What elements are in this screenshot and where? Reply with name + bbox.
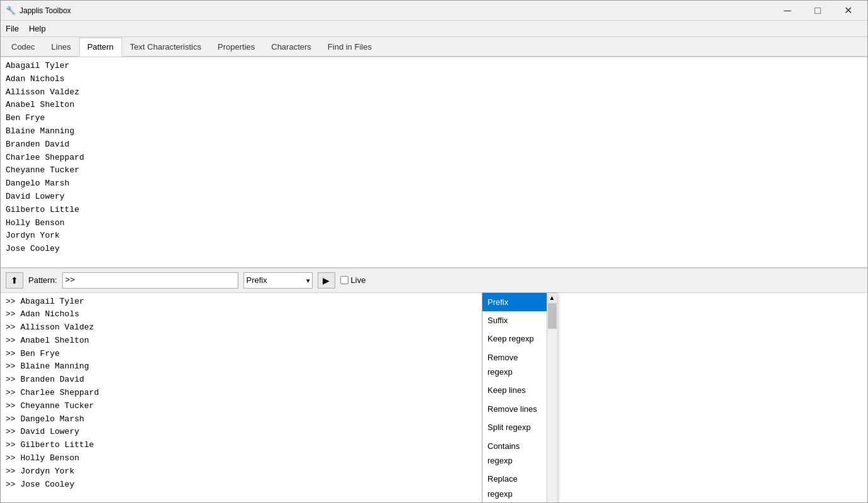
list-item: >> Allisson Valdez bbox=[6, 321, 862, 334]
run-icon: ▶ bbox=[323, 275, 330, 285]
tab-lines[interactable]: Lines bbox=[43, 38, 79, 57]
live-checkbox[interactable] bbox=[340, 276, 348, 284]
list-item: Branden David bbox=[6, 138, 862, 152]
list-item: >> Holly Benson bbox=[6, 452, 862, 465]
list-item: >> Jordyn York bbox=[6, 465, 862, 478]
toolbar-row: ⬆ Pattern: Prefix Suffix Keep regexp Rem… bbox=[1, 268, 867, 293]
list-item: >> Adan Nichols bbox=[6, 308, 862, 321]
upload-icon: ⬆ bbox=[11, 275, 18, 285]
close-button[interactable]: ✕ bbox=[833, 1, 862, 21]
maximize-button[interactable]: □ bbox=[803, 1, 832, 21]
drop-item-split-regexp[interactable]: Split regexp bbox=[482, 418, 547, 436]
pattern-type-select[interactable]: Prefix Suffix Keep regexp Remove regexp … bbox=[243, 272, 313, 289]
dropdown-scrollbar[interactable]: ▲ ▼ bbox=[547, 293, 557, 503]
menu-bar: File Help bbox=[1, 21, 867, 37]
drop-list-container: Prefix Suffix Keep regexp Remove regexp … bbox=[482, 293, 557, 503]
window-title: Japplis Toolbox bbox=[19, 6, 773, 15]
list-item: Abagail Tyler bbox=[6, 60, 862, 73]
title-bar: 🔧 Japplis Toolbox ─ □ ✕ bbox=[1, 1, 867, 21]
list-item: >> Dangelo Marsh bbox=[6, 413, 862, 426]
list-item: Allisson Valdez bbox=[6, 86, 862, 99]
pattern-input[interactable] bbox=[62, 272, 238, 289]
tab-pattern[interactable]: Pattern bbox=[79, 38, 122, 57]
upload-button[interactable]: ⬆ bbox=[6, 272, 23, 289]
minimize-button[interactable]: ─ bbox=[773, 1, 802, 21]
list-item: >> Abagail Tyler bbox=[6, 296, 862, 309]
list-item: Jose Cooley bbox=[6, 243, 862, 256]
drop-item-prefix[interactable]: Prefix bbox=[482, 293, 547, 311]
scroll-track bbox=[547, 304, 557, 503]
list-item: >> Jose Cooley bbox=[6, 478, 862, 492]
list-item: >> Blaine Manning bbox=[6, 360, 862, 373]
dropdown-overlay: Prefix Suffix Keep regexp Remove regexp … bbox=[482, 292, 557, 503]
main-window: 🔧 Japplis Toolbox ─ □ ✕ File Help Codec … bbox=[0, 0, 868, 503]
menu-help[interactable]: Help bbox=[24, 22, 51, 35]
drop-item-keep-lines[interactable]: Keep lines bbox=[482, 381, 547, 399]
tab-codec[interactable]: Codec bbox=[3, 38, 43, 57]
list-item: >> Charlee Sheppard bbox=[6, 387, 862, 400]
live-label: Live bbox=[340, 275, 366, 285]
drop-items: Prefix Suffix Keep regexp Remove regexp … bbox=[482, 293, 547, 503]
list-item: David Lowery bbox=[6, 191, 862, 204]
tab-characters[interactable]: Characters bbox=[263, 38, 320, 57]
live-text: Live bbox=[351, 275, 366, 285]
drop-item-keep-regexp[interactable]: Keep regexp bbox=[482, 329, 547, 348]
drop-item-replace-regexp[interactable]: Replace regexp bbox=[482, 470, 547, 502]
drop-item-suffix[interactable]: Suffix bbox=[482, 311, 547, 329]
app-icon: 🔧 bbox=[6, 6, 16, 16]
tab-text-characteristics[interactable]: Text Characteristics bbox=[122, 38, 209, 57]
list-item: Anabel Shelton bbox=[6, 99, 862, 112]
main-content: Abagail Tyler Adan Nichols Allisson Vald… bbox=[1, 57, 867, 502]
list-item: Adan Nichols bbox=[6, 73, 862, 86]
list-item: >> Branden David bbox=[6, 373, 862, 387]
list-item: Blaine Manning bbox=[6, 125, 862, 138]
list-item: Dangelo Marsh bbox=[6, 177, 862, 191]
drop-item-remove-regexp[interactable]: Remove regexp bbox=[482, 348, 547, 382]
top-pane[interactable]: Abagail Tyler Adan Nichols Allisson Vald… bbox=[1, 57, 867, 268]
tab-bar: Codec Lines Pattern Text Characteristics… bbox=[1, 37, 867, 57]
menu-file[interactable]: File bbox=[1, 22, 24, 35]
list-item: >> Anabel Shelton bbox=[6, 334, 862, 348]
list-item: >> Cheyanne Tucker bbox=[6, 400, 862, 413]
list-item: Holly Benson bbox=[6, 217, 862, 230]
window-controls: ─ □ ✕ bbox=[773, 1, 862, 21]
list-item: Charlee Sheppard bbox=[6, 152, 862, 165]
list-item: Ben Frye bbox=[6, 112, 862, 125]
run-button[interactable]: ▶ bbox=[318, 272, 335, 289]
list-item: >> Ben Frye bbox=[6, 348, 862, 361]
drop-item-remove-lines[interactable]: Remove lines bbox=[482, 400, 547, 418]
dropdown-wrapper: Prefix Suffix Keep regexp Remove regexp … bbox=[243, 272, 313, 289]
scroll-thumb[interactable] bbox=[548, 304, 557, 329]
list-item: >> Gilberto Little bbox=[6, 439, 862, 452]
bottom-pane[interactable]: >> Abagail Tyler >> Adan Nichols >> Alli… bbox=[1, 293, 867, 503]
list-item: Jordyn York bbox=[6, 229, 862, 243]
list-item: Cheyanne Tucker bbox=[6, 164, 862, 177]
tab-properties[interactable]: Properties bbox=[209, 38, 263, 57]
tab-find-in-files[interactable]: Find in Files bbox=[320, 38, 380, 57]
drop-item-contains-regexp[interactable]: Contains regexp bbox=[482, 437, 547, 470]
list-item: >> David Lowery bbox=[6, 426, 862, 439]
list-item: Gilberto Little bbox=[6, 204, 862, 217]
pattern-label: Pattern: bbox=[28, 275, 57, 285]
scroll-up-btn[interactable]: ▲ bbox=[547, 293, 557, 304]
